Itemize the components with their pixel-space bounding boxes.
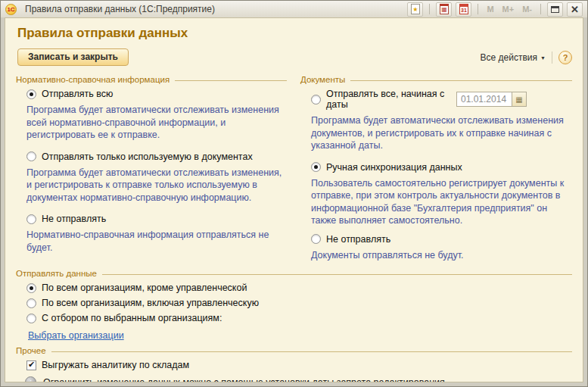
group-header: Отправлять данные [16, 269, 572, 278]
option-description: Программа будет автоматически отслеживат… [26, 167, 288, 204]
info-text: Ограничить изменение данных можно с помо… [43, 377, 447, 383]
all-actions-button[interactable]: Все действия ▼ [481, 52, 546, 63]
radio-dont-send-reference[interactable]: Не отправлять [26, 214, 288, 224]
group-divider [51, 351, 572, 352]
option-description: Нормативно-справочная информация отправл… [26, 229, 288, 254]
group-header: Документы [300, 75, 572, 84]
radio-label[interactable]: Ручная синхронизация данных [326, 162, 462, 173]
group-title: Отправлять данные [16, 269, 97, 278]
start-date-field-group: ▦ [456, 92, 527, 107]
group-divider [102, 274, 572, 275]
radio-send-used-reference[interactable]: Отправлять только используемую в докумен… [26, 151, 288, 162]
radio-dont-send-docs[interactable]: Не отправлять [311, 234, 574, 245]
link-row: Выбрать организации [28, 328, 574, 342]
radio-icon[interactable] [311, 234, 321, 244]
memory-m-plus-button: М+ [500, 5, 517, 14]
titlebar-separator [478, 4, 478, 14]
form-content: Правила отправки данных Записать и закры… [5, 17, 583, 382]
radio-label[interactable]: По всем организациям, кроме управленческ… [42, 282, 247, 293]
radio-label[interactable]: По всем организациям, включая управленче… [42, 298, 259, 308]
radio-label[interactable]: С отбором по выбранным организациям: [42, 313, 222, 323]
radio-icon[interactable] [26, 89, 36, 99]
section-other: Прочее Выгружать аналитику по складам i … [14, 346, 574, 382]
group-divider [350, 80, 572, 81]
section-reference-info: Нормативно-справочная информация Отправл… [14, 73, 288, 267]
radio-label[interactable]: Отправлять всю [42, 89, 113, 99]
checkbox-label[interactable]: Выгружать аналитику по складам [42, 360, 189, 370]
checkbox-export-warehouse-analytics[interactable]: Выгружать аналитику по складам [26, 360, 574, 370]
group-title: Документы [300, 75, 345, 84]
group-title: Прочее [16, 346, 46, 355]
radio-label[interactable]: Отправлять только используемую в докумен… [42, 151, 253, 162]
calendar-grid-icon: ▦ [515, 95, 522, 104]
command-bar-right: Все действия ▼ ? [481, 51, 572, 64]
radio-icon[interactable] [26, 283, 36, 293]
radio-icon[interactable] [26, 314, 36, 323]
page-title: Правила отправки данных [17, 26, 574, 41]
maximize-button[interactable] [547, 2, 563, 17]
radio-send-all-reference[interactable]: Отправлять всю [26, 89, 288, 99]
window-title: Правила отправки данных (1С:Предприятие) [25, 4, 215, 14]
section-documents: Документы Отправлять все, начиная с даты… [299, 73, 574, 267]
titlebar-separator [540, 4, 541, 14]
start-date-input[interactable] [456, 92, 512, 107]
radio-icon[interactable] [311, 95, 321, 105]
radio-label[interactable]: Не отправлять [326, 234, 390, 245]
checkbox-icon[interactable] [26, 360, 36, 370]
date-picker-button[interactable]: ▦ [512, 92, 527, 107]
group-divider [175, 80, 287, 81]
1c-logo-icon: 1С [5, 4, 17, 15]
help-button[interactable]: ? [558, 51, 572, 64]
option-description: Программа будет автоматически отслеживат… [311, 114, 574, 152]
group-header: Прочее [16, 346, 572, 355]
titlebar-separator [429, 4, 430, 14]
command-bar: Записать и закрыть Все действия ▼ ? [17, 48, 572, 66]
radio-icon[interactable] [26, 214, 36, 224]
close-icon: ✕ [571, 4, 579, 15]
vertical-separator [552, 51, 552, 64]
option-description: Документы отправляться не будут. [311, 249, 574, 262]
save-and-close-button[interactable]: Записать и закрыть [17, 48, 129, 66]
close-button[interactable]: ✕ [567, 2, 583, 17]
info-row: i Ограничить изменение данных можно с по… [25, 376, 574, 382]
two-column-area: Нормативно-справочная информация Отправл… [14, 73, 574, 267]
calculator-icon: ▦ [440, 4, 449, 14]
calculator-button[interactable]: ▦ [436, 2, 452, 17]
section-send-data: Отправлять данные По всем организациям, … [14, 269, 574, 342]
radio-icon[interactable] [26, 298, 36, 308]
memory-m-button: М [484, 5, 496, 14]
radio-all-orgs-including-management[interactable]: По всем организациям, включая управленче… [26, 298, 574, 308]
radio-manual-sync[interactable]: Ручная синхронизация данных [311, 162, 574, 173]
maximize-icon [551, 6, 559, 13]
radio-selected-orgs-filter[interactable]: С отбором по выбранным организациям: [26, 313, 574, 323]
favorites-button[interactable]: ★ [407, 2, 423, 17]
radio-send-docs-from-date[interactable]: Отправлять все, начиная с даты ▦ [311, 89, 574, 110]
radio-icon[interactable] [311, 162, 321, 172]
radio-all-orgs-except-management[interactable]: По всем организациям, кроме управленческ… [26, 282, 574, 293]
group-title: Нормативно-справочная информация [16, 75, 170, 84]
favorites-icon: ★ [411, 4, 420, 14]
chevron-down-icon: ▼ [540, 54, 546, 61]
all-actions-label: Все действия [481, 52, 537, 63]
option-description: Пользователь самостоятельно регистрирует… [311, 177, 574, 227]
group-header: Нормативно-справочная информация [16, 75, 287, 84]
info-icon: i [25, 376, 36, 382]
1c-window: 1С Правила отправки данных (1С:Предприят… [0, 0, 588, 387]
memory-m-minus-button: М- [520, 5, 534, 14]
select-organizations-link[interactable]: Выбрать организации [28, 330, 124, 341]
titlebar: 1С Правила отправки данных (1С:Предприят… [1, 1, 587, 17]
radio-label[interactable]: Не отправлять [42, 214, 106, 224]
option-description: Программа будет автоматически отслеживат… [26, 104, 288, 142]
calendar-button[interactable]: 31 [456, 2, 471, 17]
radio-icon[interactable] [26, 151, 36, 161]
calendar-icon: 31 [459, 4, 468, 14]
radio-label[interactable]: Отправлять все, начиная с даты [326, 89, 451, 110]
